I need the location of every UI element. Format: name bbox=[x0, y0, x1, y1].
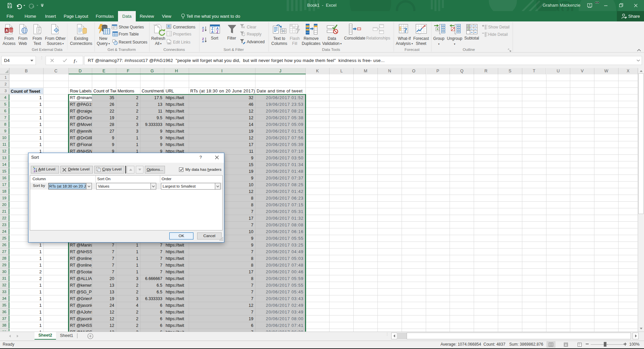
svg-text:?: ? bbox=[404, 26, 407, 34]
svg-text:x: x bbox=[75, 60, 77, 63]
svg-text:A: A bbox=[5, 29, 8, 32]
svg-text:Z: Z bbox=[216, 30, 218, 34]
svg-text:A: A bbox=[211, 30, 214, 34]
svg-text:Z: Z bbox=[34, 170, 36, 172]
svg-text:Z: Z bbox=[202, 29, 204, 32]
